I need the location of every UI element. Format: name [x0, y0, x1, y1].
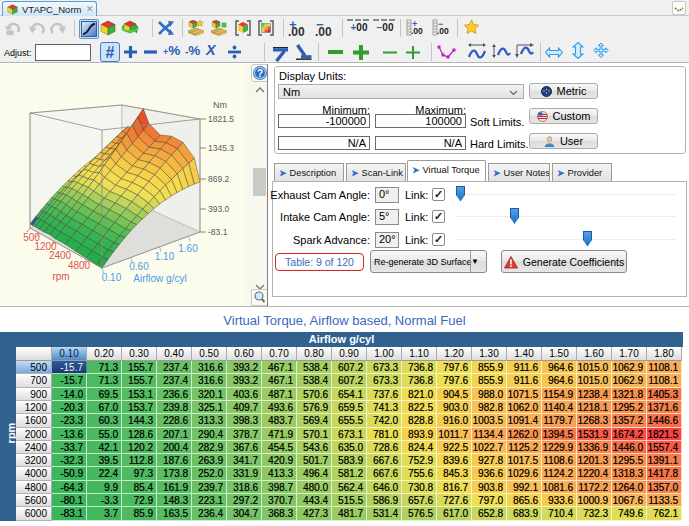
svg-text:1.10: 1.10: [155, 251, 175, 262]
svg-text:Airflow g/cyl: Airflow g/cyl: [133, 273, 186, 284]
svg-text:2400: 2400: [49, 250, 72, 261]
svg-text:.00: .00: [437, 26, 449, 36]
svg-text:.00: .00: [411, 26, 423, 36]
svg-text:1.60: 1.60: [178, 243, 198, 254]
svg-text:869.2: 869.2: [208, 174, 230, 184]
svg-text:1821.5: 1821.5: [208, 114, 234, 124]
svg-text:?: ?: [257, 68, 263, 79]
svg-text:rpm: rpm: [52, 271, 69, 282]
svg-text:Nm: Nm: [213, 100, 227, 110]
svg-text:393.0: 393.0: [208, 204, 230, 214]
svg-text:-83.1: -83.1: [208, 227, 228, 237]
svg-text:4800: 4800: [68, 260, 91, 271]
svg-text:0.10: 0.10: [102, 272, 122, 283]
svg-text:1345.3: 1345.3: [208, 143, 234, 153]
